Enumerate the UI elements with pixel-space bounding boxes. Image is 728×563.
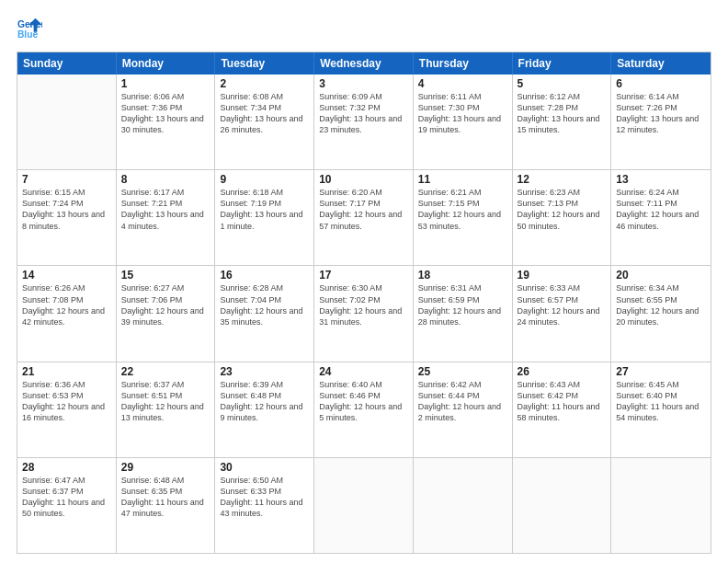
cal-row-3: 21Sunrise: 6:36 AMSunset: 6:53 PMDayligh… — [17, 362, 711, 457]
logo: General Blue — [17, 17, 42, 42]
day-number: 2 — [220, 77, 309, 90]
day-number: 15 — [121, 269, 210, 282]
day-number: 11 — [418, 173, 507, 186]
cell-info-line: Sunset: 6:59 PM — [418, 294, 507, 305]
day-number: 16 — [220, 269, 309, 282]
cal-cell: 25Sunrise: 6:42 AMSunset: 6:44 PMDayligh… — [414, 362, 513, 457]
cell-info-line: Sunrise: 6:14 AM — [616, 91, 706, 102]
cell-info-line: Sunset: 6:44 PM — [418, 390, 507, 401]
cell-info-line: Sunset: 6:51 PM — [121, 390, 210, 401]
day-number: 24 — [319, 365, 408, 378]
cal-cell: 17Sunrise: 6:30 AMSunset: 7:02 PMDayligh… — [314, 266, 414, 361]
cell-info-line: Daylight: 12 hours and 57 minutes. — [319, 209, 408, 231]
cell-info-line: Sunrise: 6:47 AM — [22, 475, 111, 486]
cell-info-line: Daylight: 12 hours and 46 minutes. — [616, 209, 706, 231]
cell-info-line: Sunrise: 6:33 AM — [518, 282, 607, 293]
day-number: 22 — [121, 365, 210, 378]
cal-cell: 12Sunrise: 6:23 AMSunset: 7:13 PMDayligh… — [513, 170, 612, 265]
header-day-monday: Monday — [117, 52, 216, 75]
cell-info-line: Sunrise: 6:27 AM — [121, 282, 210, 293]
cell-info-line: Sunset: 7:28 PM — [518, 102, 607, 113]
cal-cell: 22Sunrise: 6:37 AMSunset: 6:51 PMDayligh… — [117, 362, 216, 457]
cal-cell: 13Sunrise: 6:24 AMSunset: 7:11 PMDayligh… — [611, 170, 711, 265]
cell-info-line: Sunrise: 6:40 AM — [319, 379, 408, 390]
cell-info-line: Daylight: 13 hours and 12 minutes. — [616, 113, 706, 135]
day-number: 27 — [616, 365, 706, 378]
calendar-body: 1Sunrise: 6:06 AMSunset: 7:36 PMDaylight… — [17, 75, 711, 553]
cal-cell: 20Sunrise: 6:34 AMSunset: 6:55 PMDayligh… — [611, 266, 711, 361]
day-number: 7 — [22, 173, 111, 186]
cell-info-line: Daylight: 12 hours and 13 minutes. — [121, 401, 210, 423]
day-number: 26 — [518, 365, 607, 378]
cal-cell — [513, 458, 612, 553]
cal-cell: 3Sunrise: 6:09 AMSunset: 7:32 PMDaylight… — [314, 75, 414, 169]
day-number: 28 — [22, 461, 111, 474]
page: General Blue SundayMondayTuesdayWednesda… — [0, 0, 728, 563]
cell-info-line: Sunrise: 6:17 AM — [121, 187, 210, 198]
cell-info-line: Sunset: 7:24 PM — [22, 198, 111, 209]
day-number: 13 — [616, 173, 706, 186]
day-number: 25 — [418, 365, 507, 378]
cell-info-line: Daylight: 11 hours and 54 minutes. — [616, 401, 706, 423]
day-number: 23 — [220, 365, 309, 378]
cal-cell — [414, 458, 513, 553]
cell-info-line: Sunset: 6:55 PM — [616, 294, 706, 305]
calendar: SundayMondayTuesdayWednesdayThursdayFrid… — [17, 52, 711, 554]
header-day-wednesday: Wednesday — [314, 52, 414, 75]
cell-info-line: Sunrise: 6:15 AM — [22, 187, 111, 198]
cell-info-line: Daylight: 12 hours and 31 minutes. — [319, 305, 408, 327]
cal-row-0: 1Sunrise: 6:06 AMSunset: 7:36 PMDaylight… — [17, 75, 711, 169]
cell-info-line: Daylight: 12 hours and 20 minutes. — [616, 305, 706, 327]
cal-cell: 9Sunrise: 6:18 AMSunset: 7:19 PMDaylight… — [215, 170, 314, 265]
cal-cell: 29Sunrise: 6:48 AMSunset: 6:35 PMDayligh… — [117, 458, 216, 553]
cell-info-line: Sunset: 7:36 PM — [121, 102, 210, 113]
logo-icon: General Blue — [17, 17, 42, 42]
cell-info-line: Sunrise: 6:06 AM — [121, 91, 210, 102]
day-number: 30 — [220, 461, 309, 474]
cell-info-line: Sunrise: 6:12 AM — [518, 91, 607, 102]
cell-info-line: Daylight: 13 hours and 8 minutes. — [22, 209, 111, 231]
cell-info-line: Sunset: 7:08 PM — [22, 294, 111, 305]
cell-info-line: Sunset: 6:42 PM — [518, 390, 607, 401]
cell-info-line: Sunset: 6:33 PM — [220, 486, 309, 497]
cell-info-line: Sunrise: 6:08 AM — [220, 91, 309, 102]
cell-info-line: Sunset: 7:17 PM — [319, 198, 408, 209]
header-day-friday: Friday — [513, 52, 612, 75]
cal-cell: 14Sunrise: 6:26 AMSunset: 7:08 PMDayligh… — [17, 266, 117, 361]
cal-cell: 2Sunrise: 6:08 AMSunset: 7:34 PMDaylight… — [215, 75, 314, 169]
cell-info-line: Sunset: 7:06 PM — [121, 294, 210, 305]
cell-info-line: Daylight: 13 hours and 30 minutes. — [121, 113, 210, 135]
day-number: 20 — [616, 269, 706, 282]
cell-info-line: Sunset: 7:34 PM — [220, 102, 309, 113]
cell-info-line: Sunset: 7:32 PM — [319, 102, 408, 113]
cal-cell — [17, 75, 117, 169]
cell-info-line: Daylight: 13 hours and 26 minutes. — [220, 113, 309, 135]
cell-info-line: Daylight: 12 hours and 39 minutes. — [121, 305, 210, 327]
cell-info-line: Daylight: 12 hours and 5 minutes. — [319, 401, 408, 423]
day-number: 5 — [518, 77, 607, 90]
cal-cell: 15Sunrise: 6:27 AMSunset: 7:06 PMDayligh… — [117, 266, 216, 361]
cal-row-1: 7Sunrise: 6:15 AMSunset: 7:24 PMDaylight… — [17, 169, 711, 265]
cell-info-line: Daylight: 11 hours and 43 minutes. — [220, 497, 309, 519]
cell-info-line: Sunrise: 6:28 AM — [220, 282, 309, 293]
cell-info-line: Sunset: 6:46 PM — [319, 390, 408, 401]
cell-info-line: Sunrise: 6:26 AM — [22, 282, 111, 293]
cell-info-line: Daylight: 12 hours and 28 minutes. — [418, 305, 507, 327]
cell-info-line: Daylight: 11 hours and 47 minutes. — [121, 497, 210, 519]
cell-info-line: Sunset: 7:19 PM — [220, 198, 309, 209]
cell-info-line: Daylight: 13 hours and 15 minutes. — [518, 113, 607, 135]
cell-info-line: Sunrise: 6:50 AM — [220, 475, 309, 486]
cell-info-line: Sunrise: 6:48 AM — [121, 475, 210, 486]
cell-info-line: Daylight: 12 hours and 50 minutes. — [518, 209, 607, 231]
header-day-tuesday: Tuesday — [215, 52, 314, 75]
day-number: 12 — [518, 173, 607, 186]
cell-info-line: Sunset: 7:15 PM — [418, 198, 507, 209]
cell-info-line: Daylight: 12 hours and 24 minutes. — [518, 305, 607, 327]
cell-info-line: Sunrise: 6:23 AM — [518, 187, 607, 198]
cell-info-line: Sunset: 6:48 PM — [220, 390, 309, 401]
cell-info-line: Daylight: 11 hours and 58 minutes. — [518, 401, 607, 423]
cell-info-line: Sunset: 6:35 PM — [121, 486, 210, 497]
day-number: 3 — [319, 77, 408, 90]
cell-info-line: Sunrise: 6:21 AM — [418, 187, 507, 198]
cell-info-line: Daylight: 12 hours and 53 minutes. — [418, 209, 507, 231]
